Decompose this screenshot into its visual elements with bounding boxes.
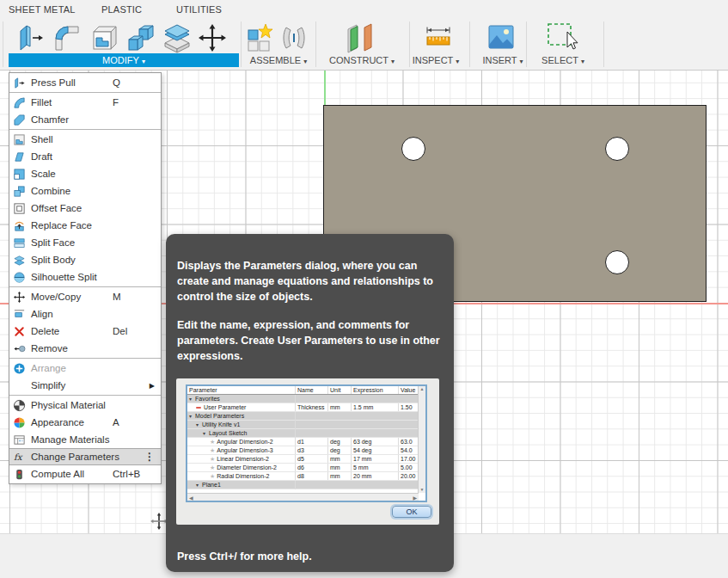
menu-separator: [9, 129, 161, 130]
param-cell: mm: [328, 403, 352, 411]
tooltip-footer: Press Ctrl+/ for more help.: [177, 550, 312, 563]
menu-item-remove[interactable]: Remove: [9, 340, 161, 357]
hole[interactable]: [605, 137, 629, 161]
menu-item-silhouette-split[interactable]: Silhouette Split: [9, 268, 161, 286]
param-cell: ▾Favorites: [187, 395, 296, 403]
insert-canvas-icon: [486, 22, 516, 54]
combine-toolbar-button[interactable]: [124, 22, 156, 54]
menu-item-split-face[interactable]: Split Face: [9, 234, 161, 251]
assemble-group-label: ASSEMBLE: [250, 55, 301, 65]
param-cell: ★Radial Dimension-2: [187, 472, 296, 480]
menu-item-offset-face[interactable]: Offset Face: [9, 200, 161, 217]
move-copy-icon: [12, 290, 26, 304]
arrange-icon: [12, 361, 26, 375]
caret-down-icon: ▾: [303, 58, 307, 65]
param-row: ▾Model Parameters: [187, 412, 425, 421]
toolbar-separator: [3, 22, 3, 67]
construct-plane-icon: [342, 22, 378, 54]
select-group-label: SELECT: [541, 55, 578, 65]
menu-item-arrange[interactable]: Arrange: [9, 360, 161, 377]
param-name: Linear Dimension-2: [217, 456, 269, 462]
menu-item-fillet[interactable]: FilletF: [9, 94, 161, 111]
chamfer-icon: [12, 113, 26, 126]
fillet-toolbar-button[interactable]: [50, 22, 83, 54]
menu-item-simplify[interactable]: Simplify▶: [9, 377, 161, 394]
menu-item-replace-face[interactable]: Replace Face: [9, 217, 161, 234]
param-cell: ▾Utility Knife v1: [187, 421, 296, 429]
tab-plastic[interactable]: PLASTIC: [101, 4, 142, 15]
construct-group-button[interactable]: CONSTRUCT▾: [329, 55, 395, 65]
select-group-button[interactable]: SELECT▾: [541, 55, 584, 65]
menu-item-press-pull[interactable]: Press PullQ: [9, 74, 161, 91]
favorite-star-icon: ★: [210, 447, 215, 453]
silhouette-split-icon: [12, 270, 26, 284]
shell-toolbar-button[interactable]: [87, 22, 119, 54]
param-cell: 63 deg: [352, 438, 399, 446]
assemble-group-button[interactable]: ASSEMBLE▾: [250, 55, 307, 65]
press-pull-toolbar-button[interactable]: [13, 22, 46, 54]
favorite-star-icon: ★: [210, 456, 215, 462]
favorite-star-icon: ★: [210, 464, 215, 470]
menu-item-chamfer[interactable]: Chamfer: [9, 111, 161, 128]
menu-item-change-parameters[interactable]: fxChange Parameters⋮: [9, 448, 161, 465]
measure-icon: [421, 22, 456, 54]
menu-item-shell[interactable]: Shell: [9, 131, 161, 148]
select-toolbar-button[interactable]: [544, 22, 582, 54]
insert-canvas-toolbar-button[interactable]: [486, 22, 516, 54]
param-cell: d1: [296, 438, 328, 446]
menu-separator: [9, 92, 161, 93]
vertical-scrollbar: ▲▼: [418, 386, 425, 493]
new-component-toolbar-button[interactable]: [245, 22, 276, 54]
menu-item-label: Replace Face: [31, 220, 157, 231]
menu-item-delete[interactable]: DeleteDel: [9, 323, 161, 340]
param-cell: d5: [296, 455, 328, 463]
menu-item-scale[interactable]: Scale: [9, 165, 161, 182]
param-cell: User Parameter: [187, 403, 296, 411]
param-name: Plane1: [202, 482, 221, 488]
move-toolbar-button[interactable]: [196, 22, 229, 54]
insert-group-button[interactable]: INSERT▾: [482, 55, 523, 65]
measure-toolbar-button[interactable]: [421, 22, 456, 54]
tab-utilities[interactable]: UTILITIES: [176, 4, 222, 15]
modify-group-button[interactable]: MODIFY▾: [9, 53, 239, 67]
caret-down-icon: ▾: [142, 58, 145, 65]
inspect-group-button[interactable]: INSPECT▾: [413, 55, 460, 65]
toolbar-separator: [526, 22, 527, 67]
menu-item-label: Align: [31, 309, 157, 319]
param-row: ★Angular Dimension-2d1deg63 deg63.0: [187, 438, 425, 446]
param-name: Favorites: [195, 396, 220, 402]
menu-item-physical-material[interactable]: Physical Material: [9, 397, 161, 414]
joint-toolbar-button[interactable]: [278, 22, 309, 54]
menu-shortcut: Q: [113, 77, 120, 88]
menu-item-draft[interactable]: Draft: [9, 148, 161, 165]
menu-item-label: Shell: [31, 134, 157, 144]
menu-item-move-copy[interactable]: Move/CopyM: [9, 288, 161, 305]
manage-materials-icon: [12, 433, 26, 446]
menu-item-compute-all[interactable]: Compute AllCtrl+B: [9, 465, 161, 483]
press-pull-icon: [13, 22, 46, 54]
menu-item-label: Chamfer: [31, 114, 157, 125]
menu-item-manage-materials[interactable]: Manage Materials: [9, 431, 161, 448]
split-body-toolbar-button[interactable]: [161, 22, 193, 54]
more-options-icon[interactable]: ⋮: [144, 451, 155, 463]
param-cell: 17 mm: [352, 455, 399, 463]
toolbar-separator: [603, 22, 604, 67]
caret-down-icon: ▾: [520, 58, 523, 65]
menu-item-label: Combine: [31, 186, 157, 196]
tab-sheet-metal[interactable]: SHEET METAL: [9, 4, 76, 15]
appearance-icon: [12, 415, 26, 429]
favorite-star-icon: ★: [210, 473, 215, 479]
construct-plane-toolbar-button[interactable]: [342, 22, 378, 54]
menu-item-split-body[interactable]: Split Body: [9, 251, 161, 268]
param-row: ▾Utility Knife v1: [187, 421, 425, 429]
menu-item-combine[interactable]: Combine: [9, 182, 161, 200]
scale-icon: [12, 167, 26, 181]
menu-item-appearance[interactable]: AppearanceA: [9, 414, 161, 431]
param-cell: ★Diameter Dimension-2: [187, 464, 296, 471]
hole[interactable]: [605, 250, 629, 274]
param-cell: mm: [328, 472, 352, 480]
menu-item-align[interactable]: Align: [9, 305, 161, 323]
no-icon: [12, 378, 26, 392]
menu-separator: [9, 395, 161, 396]
hole[interactable]: [401, 137, 425, 161]
